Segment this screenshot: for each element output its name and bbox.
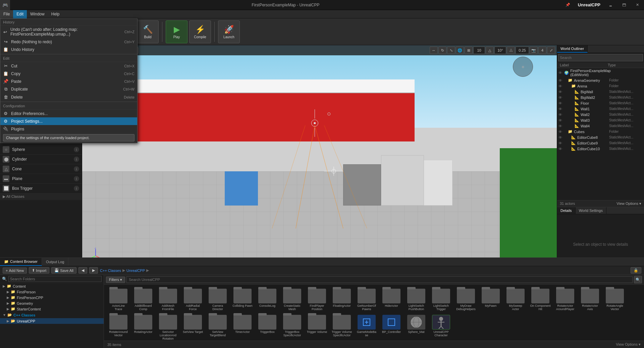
place-item-boxtrigger[interactable]: ⬜ Box Trigger i xyxy=(0,184,82,193)
copy-item[interactable]: 📋 Copy Ctrl+C xyxy=(0,70,137,77)
folder-startercontent[interactable]: ▶ 📁 StarterContent xyxy=(0,306,104,312)
nav-forward-button[interactable]: ▶ xyxy=(89,267,98,274)
boxtrigger-info-icon[interactable]: i xyxy=(74,186,79,191)
cylinder-info-icon[interactable]: i xyxy=(74,157,79,162)
place-item-cylinder[interactable]: ⬤ Cylinder i xyxy=(0,155,82,164)
folder-content[interactable]: ▶ 📁 Content xyxy=(0,283,104,289)
pin-button[interactable]: 📌 xyxy=(561,0,575,10)
asset-gamemodebase[interactable]: GameModeBase xyxy=(355,313,378,341)
outliner-item-editorcube8[interactable]: 👁 📐 EditorCube8 StaticMeshAct... xyxy=(557,134,644,140)
asset-sphere-mat[interactable]: Sphere_Mat xyxy=(405,313,428,341)
asset-mysweep[interactable]: MySweep Actor xyxy=(504,287,527,312)
maximize-viewport-icon[interactable]: ⤢ xyxy=(547,47,555,54)
angle-snap-field[interactable] xyxy=(494,47,506,54)
rotate-icon[interactable]: ↻ xyxy=(438,47,446,54)
outliner-item-cubes[interactable]: 👁 📁 Cubes Folder xyxy=(557,129,644,134)
asset-lightswitchpush[interactable]: LightSwitch PushButton xyxy=(405,287,428,312)
asset-triggervolumespecific[interactable]: Trigger Volume SpecificActor xyxy=(330,313,354,341)
coord-icon[interactable]: 🌐 xyxy=(456,47,464,54)
redo-item[interactable]: ↪ Redo (Nothing to redo) Ctrl+Y xyxy=(0,38,137,46)
undo-history-item[interactable]: 📋 Undo History xyxy=(0,46,137,53)
asset-lightswitchtrigger[interactable]: LightSwitch Trigger xyxy=(429,287,453,312)
outliner-item-wall3[interactable]: 👁 📐 Wall3 StaticMeshAct... xyxy=(557,117,644,123)
folder-geometry[interactable]: ▶ 📁 Geometry xyxy=(0,300,104,306)
folder-firstperson[interactable]: ▶ 📁 FirstPerson xyxy=(0,289,104,295)
asset-findplayer[interactable]: FindPlayer Position xyxy=(305,287,329,312)
asset-rotatearound[interactable]: RotateAround Vector xyxy=(107,313,130,341)
place-item-plane[interactable]: ▬ Plane i xyxy=(0,174,82,184)
asset-oncomponent[interactable]: On Component Hit xyxy=(529,287,552,312)
asset-unrealcppcharacter[interactable]: UnrealCPP Character xyxy=(429,313,453,341)
view-options-button[interactable]: View Options ▾ xyxy=(616,201,641,206)
asset-timeractor[interactable]: TimerActor xyxy=(231,313,254,341)
build-button[interactable]: 🔨 Build xyxy=(137,20,159,43)
angle-snap-icon[interactable]: △ xyxy=(486,47,494,54)
asset-consolelog[interactable]: ConsoleLog xyxy=(256,287,279,312)
asset-hideactor[interactable]: HideActor xyxy=(380,287,403,312)
plugins-item[interactable]: 🔌 Plugins xyxy=(0,125,137,133)
asset-triggerbox[interactable]: TriggerBox xyxy=(256,313,279,341)
breadcrumb-item-2[interactable]: UnrealCPP xyxy=(126,269,145,273)
place-item-sphere[interactable]: ○ Sphere i xyxy=(0,145,82,155)
undo-item[interactable]: ↩ Undo (Can't undo after: Loading map: F… xyxy=(0,26,137,38)
outliner-item-bigwall[interactable]: 👁 📐 BigWall StaticMeshAct... xyxy=(557,89,644,95)
play-button[interactable]: ▶ Play xyxy=(166,20,187,43)
scale-icon[interactable]: ⤡ xyxy=(447,47,455,54)
breadcrumb-item-1[interactable]: C++ Classes xyxy=(100,269,121,273)
asset-triggervolume[interactable]: Trigger Volume xyxy=(305,313,329,341)
grid-icon[interactable]: ⊞ xyxy=(465,47,473,54)
outliner-item-editorcube9[interactable]: 👁 📐 EditorCube9 StaticMeshAct... xyxy=(557,140,644,146)
folder-unrealcpp[interactable]: ▶ 📂 UnrealCPP xyxy=(0,318,104,324)
asset-addmesh[interactable]: AddMesh FromFile xyxy=(156,287,180,312)
add-new-button[interactable]: + Add New xyxy=(3,268,27,274)
section-allclasses[interactable]: ▶ All Classes xyxy=(0,193,82,200)
sphere-info-icon[interactable]: i xyxy=(74,147,79,152)
asset-setviewblend[interactable]: SetView TargetBlend xyxy=(206,313,229,341)
view-options-btn[interactable]: View Options ▾ xyxy=(616,342,641,347)
grid-snap-field[interactable] xyxy=(473,47,485,54)
cone-info-icon[interactable]: i xyxy=(74,166,79,172)
asset-bpcontroller[interactable]: BP_Controller xyxy=(380,313,403,341)
launch-button[interactable]: 🚀 Launch xyxy=(218,20,240,43)
tab-output-log[interactable]: Output Log xyxy=(42,258,68,266)
folder-firstpersoncpp[interactable]: ▶ 📁 FirstPersonCPP xyxy=(0,295,104,300)
import-button[interactable]: ⬆ Import xyxy=(29,267,49,274)
camera-icon[interactable]: 📷 xyxy=(530,47,538,54)
compile-button[interactable]: ⚡ Compile xyxy=(189,20,211,43)
menu-window[interactable]: Window xyxy=(27,10,48,18)
save-all-button[interactable]: 💾 Save All xyxy=(51,267,76,274)
asset-getnumber[interactable]: GetNumberOf Pawns xyxy=(355,287,378,312)
asset-mypawn[interactable]: MyPawn xyxy=(479,287,502,312)
scale-snap-icon[interactable]: ⧊ xyxy=(507,47,515,54)
filters-button[interactable]: Filters ▾ xyxy=(106,277,125,283)
nav-back-button[interactable]: ◀ xyxy=(78,267,87,274)
asset-triggerboxspecific[interactable]: TriggerBox SpecificActor xyxy=(280,313,304,341)
tab-content-browser[interactable]: 📁 Content Browser xyxy=(0,258,42,266)
asset-rotateangle[interactable]: RotateAngle Vector xyxy=(603,287,627,312)
scale-snap-field[interactable] xyxy=(516,47,529,54)
asset-rotateactor[interactable]: RotateActor AroundPlayer xyxy=(553,287,577,312)
asset-mydraw[interactable]: MyDraw DebugHelpers xyxy=(454,287,478,312)
asset-addbillboard[interactable]: AddBillboard Comp xyxy=(131,287,155,312)
outliner-item-wall2[interactable]: 👁 📐 Wall2 StaticMeshAct... xyxy=(557,112,644,117)
outliner-item-world[interactable]: 👁 🌍 FirstPersonExampleMap (EditWorld) xyxy=(557,68,644,77)
outliner-item-bigwall2[interactable]: 👁 📐 BigWall2 StaticMeshAct... xyxy=(557,95,644,100)
lock-button[interactable]: 🔒 xyxy=(631,267,641,274)
asset-addradial[interactable]: AddRadial Force xyxy=(181,287,205,312)
asset-actorlinetrace[interactable]: ActorLine Trace xyxy=(107,287,130,312)
tab-details[interactable]: Details xyxy=(557,207,576,214)
asset-collidingpawn[interactable]: Colliding Pawn xyxy=(231,287,254,312)
tab-world-outliner[interactable]: World Outliner xyxy=(557,45,588,53)
menu-edit[interactable]: Edit xyxy=(13,10,27,18)
folder-cppclasses[interactable]: ▼ 📂 C++ Classes xyxy=(0,312,104,318)
camera-speed-field[interactable]: 4 xyxy=(538,47,546,54)
outliner-item-floor[interactable]: 👁 📐 Floor StaticMeshAct... xyxy=(557,100,644,106)
duplicate-item[interactable]: ⧉ Duplicate Ctrl+W xyxy=(0,85,137,93)
minimize-button[interactable]: 🗕 xyxy=(604,0,617,10)
project-settings-item[interactable]: ⚙ Project Settings... xyxy=(0,117,137,125)
plane-info-icon[interactable]: i xyxy=(74,176,79,181)
cut-item[interactable]: ✂ Cut Ctrl+X xyxy=(0,62,137,70)
assets-search-input[interactable] xyxy=(126,276,633,283)
folder-search-input[interactable] xyxy=(8,276,102,282)
delete-item[interactable]: 🗑 Delete Delete xyxy=(0,93,137,101)
